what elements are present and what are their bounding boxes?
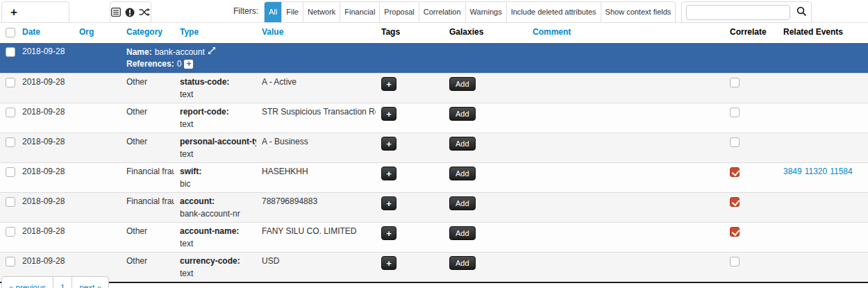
column-header-comment[interactable]: Comment	[527, 23, 724, 43]
attribute-row-report-code: 2018-09-28 Other report-code: text STR S…	[0, 103, 868, 133]
attribute-comment	[527, 163, 724, 193]
attribute-comment	[527, 193, 724, 223]
list-view-icon[interactable]	[111, 8, 121, 17]
filter-tab-include-deleted[interactable]: Include deleted attributes	[507, 2, 601, 22]
filter-tab-financial[interactable]: Financial	[340, 2, 380, 22]
add-galaxy-button[interactable]: Add	[449, 167, 476, 180]
add-reference-icon[interactable]: +	[184, 60, 193, 69]
attribute-date: 2018-09-28	[17, 74, 74, 103]
attribute-value: 788796894883	[256, 193, 376, 223]
pagination: « previous 1 next »	[1, 276, 109, 288]
add-tag-button[interactable]: +	[381, 196, 397, 210]
expand-object-icon[interactable]	[208, 46, 216, 58]
object-references-count: 0	[177, 58, 182, 70]
attribute-category: Other	[121, 103, 174, 133]
add-tag-button[interactable]: +	[381, 137, 397, 151]
exclamation-circle-icon[interactable]	[125, 8, 135, 17]
attribute-date: 2018-09-28	[17, 103, 74, 133]
filter-tab-warnings[interactable]: Warnings	[466, 2, 507, 22]
search-button[interactable]	[795, 5, 808, 20]
filters-label: Filters:	[233, 0, 258, 23]
column-header-galaxies: Galaxies	[444, 23, 527, 43]
search-input[interactable]	[686, 5, 790, 20]
row-select-checkbox[interactable]	[6, 108, 15, 117]
attribute-type-kind: text	[180, 266, 251, 279]
object-date: 2018-09-28	[17, 43, 74, 74]
column-header-value[interactable]: Value	[256, 23, 376, 43]
row-select-checkbox[interactable]	[6, 137, 15, 147]
attribute-type: currency-code:	[180, 256, 251, 266]
column-header-correlate: Correlate	[724, 23, 778, 43]
attribute-toolbar: + Filters: All File Network Financial Pr…	[0, 0, 868, 23]
correlate-checkbox[interactable]	[730, 167, 740, 177]
column-header-category[interactable]: Category	[121, 23, 174, 43]
attribute-value: A - Active	[256, 74, 376, 103]
attribute-row-currency-code: 2018-09-28 Other currency-code: text USD…	[0, 253, 868, 283]
add-galaxy-button[interactable]: Add	[449, 196, 476, 210]
filter-tab-correlation[interactable]: Correlation	[419, 2, 466, 22]
filter-tab-file[interactable]: File	[282, 2, 303, 22]
object-row-checkbox[interactable]	[6, 47, 15, 57]
attribute-type: personal-account-type:	[180, 137, 251, 147]
shuffle-icon[interactable]	[139, 8, 150, 17]
add-tag-button[interactable]: +	[381, 226, 397, 240]
correlate-checkbox[interactable]	[730, 197, 740, 207]
toolbar-icon-group	[110, 1, 151, 23]
column-header-date[interactable]: Date	[17, 23, 74, 43]
attribute-row-account: 2018-09-28 Financial fraud account: bank…	[0, 193, 868, 223]
attribute-comment	[527, 103, 724, 133]
filter-tab-show-context[interactable]: Show context fields	[601, 2, 676, 22]
attribute-category: Other	[121, 223, 174, 253]
row-select-checkbox[interactable]	[6, 167, 15, 177]
attribute-type: status-code:	[180, 77, 251, 87]
select-all-checkbox[interactable]	[6, 28, 15, 37]
row-select-checkbox[interactable]	[6, 197, 15, 207]
table-header-row: Date Org Category Type Value Tags Galaxi…	[0, 23, 868, 43]
correlate-checkbox[interactable]	[730, 137, 740, 147]
column-header-related-events: Related Events	[778, 23, 868, 43]
attribute-row-account-name: 2018-09-28 Other account-name: text FANY…	[0, 223, 868, 253]
attribute-type-kind: bic	[180, 177, 251, 189]
correlate-checkbox[interactable]	[730, 108, 740, 117]
attribute-type-kind: text	[180, 87, 251, 100]
add-galaxy-button[interactable]: Add	[449, 256, 476, 270]
add-tag-button[interactable]: +	[381, 256, 397, 270]
add-galaxy-button[interactable]: Add	[449, 77, 476, 91]
add-galaxy-button[interactable]: Add	[449, 137, 476, 151]
row-select-checkbox[interactable]	[6, 78, 15, 87]
column-header-type[interactable]: Type	[174, 23, 256, 43]
row-select-checkbox[interactable]	[6, 257, 15, 266]
add-tag-button[interactable]: +	[381, 167, 397, 180]
pagination-page-1-button[interactable]: 1	[53, 276, 72, 288]
filter-tab-all[interactable]: All	[265, 2, 282, 22]
add-galaxy-button[interactable]: Add	[449, 226, 476, 240]
attribute-org	[74, 103, 121, 133]
correlate-checkbox[interactable]	[730, 227, 740, 237]
add-tag-button[interactable]: +	[381, 107, 397, 121]
related-event-link[interactable]: 11584	[830, 167, 852, 176]
add-attribute-button[interactable]: +	[10, 6, 17, 18]
row-select-checkbox[interactable]	[6, 227, 15, 237]
attribute-type-kind: text	[180, 147, 251, 160]
pagination-previous-button[interactable]: « previous	[1, 276, 53, 288]
attribute-type: account-name:	[180, 226, 251, 237]
correlate-checkbox[interactable]	[730, 257, 740, 266]
correlate-checkbox[interactable]	[730, 78, 740, 87]
filter-tab-proposal[interactable]: Proposal	[380, 2, 419, 22]
filter-tab-network[interactable]: Network	[303, 2, 340, 22]
add-attribute-tab[interactable]: +	[1, 1, 69, 23]
attribute-row-personal-account-type: 2018-09-28 Other personal-account-type: …	[0, 133, 868, 163]
attribute-comment	[527, 74, 724, 103]
add-galaxy-button[interactable]: Add	[449, 107, 476, 121]
related-event-link[interactable]: 3849	[783, 167, 802, 176]
search-icon	[796, 6, 807, 19]
pagination-next-button[interactable]: next »	[72, 276, 108, 288]
attribute-category: Financial fraud	[121, 163, 174, 193]
add-tag-button[interactable]: +	[381, 77, 397, 91]
column-header-tags: Tags	[376, 23, 444, 43]
related-event-link[interactable]: 11320	[805, 167, 827, 176]
attribute-category: Other	[121, 133, 174, 163]
attribute-org	[74, 223, 121, 253]
attribute-type: swift:	[180, 167, 251, 177]
column-header-org[interactable]: Org	[74, 23, 121, 43]
